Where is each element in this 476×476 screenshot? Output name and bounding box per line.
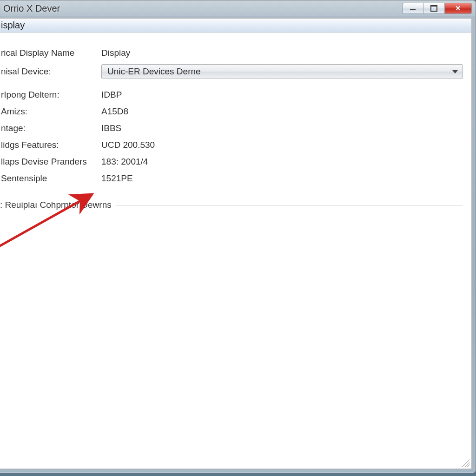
chevron-down-icon [452,70,458,73]
label-display-name: rical Display Name [0,48,101,58]
property-value: 1521PE [101,173,133,184]
panel-header-text: isplay [1,20,25,31]
property-label: llaps Devise Pranders [0,157,101,167]
device-combobox[interactable]: Unic-ER Devices Derne [101,64,463,79]
titlebar[interactable]: Orrio X Dever [0,0,476,16]
close-button[interactable] [445,3,472,14]
row-property: llaps Devise Pranders 183: 2001/4 [0,153,463,170]
minimize-button[interactable] [402,3,423,14]
section-divider: : Reuiplaı Cohprptor Dewrns [0,200,463,210]
property-label: rIpong Deltern: [0,90,101,100]
window-title: Orrio X Dever [0,3,402,14]
property-value: IBBS [101,123,121,133]
property-value: IDBP [101,90,122,100]
maximize-button[interactable] [423,3,445,14]
app-window: Orrio X Dever isplay rical Display Name … [0,0,476,473]
row-property: Sentensiple 1521PE [0,170,463,187]
property-label: Sentensiple [0,173,101,184]
property-label: lidgs Features: [0,140,101,150]
row-device: nisal Device: Unic-ER Devices Derne [0,63,463,80]
content-panel: rical Display Name Display nisal Device:… [0,33,471,216]
divider-line [116,205,463,205]
resize-grip-icon[interactable] [461,458,469,467]
label-device: nisal Device: [0,66,101,77]
client-area: isplay rical Display Name Display nisal … [0,18,472,469]
property-label: Amizs: [0,106,101,117]
panel-header: isplay [0,19,471,33]
row-property: Amizs: A15D8 [0,103,463,120]
row-display-name: rical Display Name Display [0,45,463,61]
value-display-name: Display [101,48,130,58]
window-controls [402,3,472,14]
device-combobox-value: Unic-ER Devices Derne [107,66,201,77]
property-label: ntage: [0,123,101,133]
property-value: 183: 2001/4 [101,157,148,167]
property-value: UCD 200.530 [101,140,155,150]
row-property: rIpong Deltern: IDBP [0,86,463,103]
property-value: A15D8 [101,106,128,117]
row-property: ntage: IBBS [0,120,463,137]
section-title: : Reuiplaı Cohprptor Dewrns [0,200,112,210]
row-property: lidgs Features: UCD 200.530 [0,137,463,153]
